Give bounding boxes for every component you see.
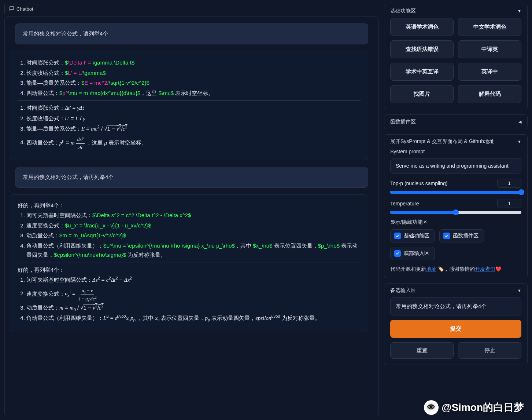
- panel-title: 展开SysPrompt & 交互界面布局 & Github地址: [390, 138, 494, 145]
- temp-label: Temperature: [390, 201, 419, 207]
- user-message: 常用的狭义相对论公式，请列举4个: [15, 23, 368, 44]
- sys-prompt-input[interactable]: Serve me as a writing and programming as…: [390, 158, 521, 174]
- checkbox-checked-icon: [394, 250, 401, 257]
- assistant-message: 时间膨胀公式：$\Delta t' = \gamma \Delta t$ 长度收…: [10, 51, 368, 160]
- stop-button[interactable]: 停止: [458, 342, 521, 359]
- panel-title: 基础功能区: [390, 8, 416, 14]
- tab-strip: Chatbot: [4, 4, 379, 14]
- fn-btn-grammar[interactable]: 查找语法错误: [390, 40, 454, 58]
- fn-btn-zh2en[interactable]: 中译英: [458, 40, 521, 58]
- fn-btn-en-polish[interactable]: 英语学术润色: [390, 18, 454, 36]
- temp-slider[interactable]: [390, 211, 521, 214]
- cb-basic[interactable]: 基础功能区: [390, 229, 435, 242]
- cb-plugins[interactable]: 函数插件区: [439, 229, 484, 242]
- topp-label: Top-p (nucleus sampling): [390, 180, 447, 186]
- panel-input: 备选输入区 ▼ 常用的狭义相对论公式，请再列举4个 提交 重置 停止: [384, 283, 528, 365]
- tab-label: Chatbot: [16, 6, 33, 12]
- alt-input[interactable]: 常用的狭义相对论公式，请再列举4个: [390, 297, 521, 315]
- link-repo[interactable]: 地址: [426, 266, 436, 272]
- fn-btn-find-image[interactable]: 找图片: [390, 85, 454, 103]
- credit-line: 代码开源和更新地址 🏷️，感谢热情的开发者们❤️: [384, 266, 527, 278]
- topp-value[interactable]: 1: [497, 179, 521, 188]
- assistant-message: 好的，再列举4个： 闵可夫斯基时空间隔公式：$\Delta s^2 = c^2 …: [10, 194, 368, 332]
- panel-input-header[interactable]: 备选输入区 ▼: [384, 284, 527, 297]
- panel-title: 备选输入区: [390, 287, 416, 294]
- panel-expand: 展开SysPrompt & 交互界面布局 & Github地址 ▼ System…: [384, 134, 528, 278]
- chevron-down-icon: ▼: [517, 9, 521, 13]
- chat-panel: 常用的狭义相对论公式，请列举4个 时间膨胀公式：$\Delta t' = \ga…: [4, 17, 379, 416]
- user-message: 常用的狭义相对论公式，请再列举4个: [15, 167, 368, 188]
- submit-button[interactable]: 提交: [390, 320, 521, 338]
- fn-btn-bidir[interactable]: 学术中英互译: [390, 63, 454, 81]
- fn-btn-en2zh[interactable]: 英译中: [458, 63, 521, 81]
- panel-basic: 基础功能区 ▼ 英语学术润色 中文学术润色 查找语法错误 中译英 学术中英互译 …: [384, 4, 528, 109]
- sys-prompt-label: System prompt: [390, 149, 521, 154]
- fn-btn-explain-code[interactable]: 解释代码: [458, 85, 521, 103]
- temp-value[interactable]: 1: [497, 199, 521, 208]
- tab-chatbot[interactable]: Chatbot: [4, 4, 38, 14]
- chevron-left-icon: ◀: [518, 120, 521, 124]
- reset-button[interactable]: 重置: [390, 342, 454, 359]
- cb-bottom-input[interactable]: 底部输入区: [390, 247, 435, 260]
- chat-icon: [9, 6, 14, 12]
- fn-btn-zh-polish[interactable]: 中文学术润色: [458, 18, 521, 36]
- panel-expand-header[interactable]: 展开SysPrompt & 交互界面布局 & Github地址 ▼: [384, 135, 527, 149]
- panel-title: 函数插件区: [390, 118, 416, 125]
- chevron-down-icon: ▼: [517, 288, 521, 293]
- chevron-down-icon: ▼: [517, 139, 521, 144]
- panel-basic-header[interactable]: 基础功能区 ▼: [384, 4, 527, 18]
- heart-icon: ❤️: [495, 266, 502, 272]
- checkbox-checked-icon: [394, 233, 401, 239]
- panel-plugins-header[interactable]: 函数插件区 ◀: [384, 115, 527, 129]
- topp-slider[interactable]: [390, 191, 521, 194]
- checkbox-checked-icon: [443, 233, 450, 239]
- panel-plugins: 函数插件区 ◀: [384, 114, 528, 129]
- slider-thumb-icon[interactable]: [518, 189, 524, 195]
- cb-group-title: 显示/隐藏功能区: [390, 219, 521, 226]
- slider-thumb-icon[interactable]: [453, 209, 459, 215]
- button-grid: 英语学术润色 中文学术润色 查找语法错误 中译英 学术中英互译 英译中 找图片 …: [390, 18, 521, 103]
- link-devs[interactable]: 开发者们: [475, 266, 495, 272]
